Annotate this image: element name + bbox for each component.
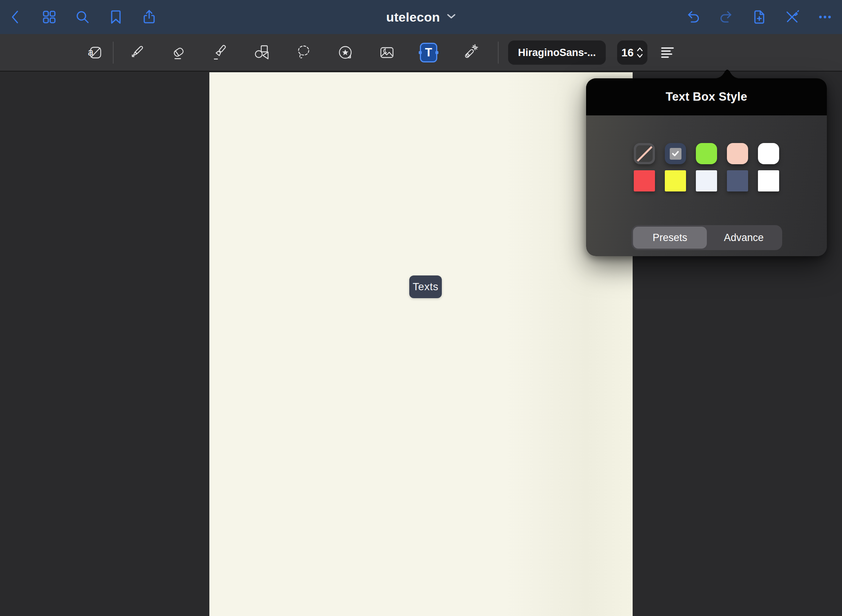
swatch-none-diagonal — [636, 145, 653, 162]
pen-cross-icon[interactable] — [784, 9, 800, 25]
swatch-current-selected[interactable] — [665, 143, 686, 164]
more-icon[interactable] — [817, 9, 833, 25]
stickers-tool[interactable] — [337, 44, 354, 61]
tool-group: a — [87, 34, 479, 71]
image-tool[interactable] — [378, 44, 396, 61]
toolbar-divider-right — [498, 42, 499, 64]
presets-advance-segmented-control: Presets Advance — [632, 225, 782, 250]
swatch-red[interactable] — [634, 170, 655, 191]
text-tool-handle-right — [435, 51, 438, 54]
svg-text:a: a — [88, 47, 94, 58]
swatch-pale-blue[interactable] — [696, 170, 717, 191]
text-tool-button: T — [420, 43, 437, 62]
text-tool-label: T — [425, 47, 432, 58]
add-page-icon[interactable] — [751, 9, 767, 25]
text-align-button[interactable] — [659, 44, 676, 61]
canvas-textbox[interactable]: Texts — [409, 275, 442, 298]
laser-pointer-tool[interactable] — [462, 44, 479, 61]
swatch-yellow[interactable] — [665, 170, 686, 191]
stepper-chevrons-icon — [636, 47, 643, 59]
text-box-style-popover: Text Box Style Presets Advance — [586, 78, 827, 256]
eraser-tool[interactable] — [170, 44, 187, 61]
swatch-none[interactable] — [634, 143, 655, 164]
font-size-stepper[interactable]: 16 — [617, 40, 647, 65]
font-family-button[interactable]: HiraginoSans-... — [508, 40, 606, 65]
pen-tool[interactable] — [128, 44, 146, 61]
toolbar-divider-left — [113, 42, 114, 64]
undo-icon[interactable] — [685, 9, 702, 25]
title-chevron-down-icon — [447, 13, 456, 21]
read-mode-tool[interactable]: a — [87, 44, 104, 61]
tool-toolbar: a — [0, 34, 842, 72]
app-screen: utelecon — [0, 0, 842, 616]
swatch-green[interactable] — [696, 143, 717, 164]
checkmark-badge — [670, 148, 681, 160]
text-tool-handle-left — [419, 51, 422, 54]
text-tool-selected[interactable]: T — [420, 44, 437, 61]
highlighter-tool[interactable] — [212, 44, 229, 61]
swatch-white-square[interactable] — [758, 170, 779, 191]
top-nav-bar: utelecon — [0, 0, 842, 34]
lasso-tool[interactable] — [295, 44, 312, 61]
popover-title: Text Box Style — [586, 78, 827, 115]
shapes-tool[interactable] — [253, 44, 271, 61]
document-page[interactable]: Texts — [209, 72, 633, 616]
popover-arrow — [710, 68, 744, 79]
swatch-slate[interactable] — [727, 170, 748, 191]
redo-icon[interactable] — [718, 9, 734, 25]
checkmark-icon — [672, 151, 679, 157]
align-left-icon — [659, 44, 676, 61]
font-size-value: 16 — [621, 47, 633, 59]
document-title: utelecon — [386, 10, 440, 25]
canvas-textbox-label: Texts — [413, 281, 438, 293]
tab-advance[interactable]: Advance — [707, 227, 781, 249]
swatch-white-rounded[interactable] — [758, 143, 779, 164]
tab-presets[interactable]: Presets — [633, 227, 707, 249]
swatch-peach[interactable] — [727, 143, 748, 164]
topbar-right-group — [685, 0, 833, 34]
